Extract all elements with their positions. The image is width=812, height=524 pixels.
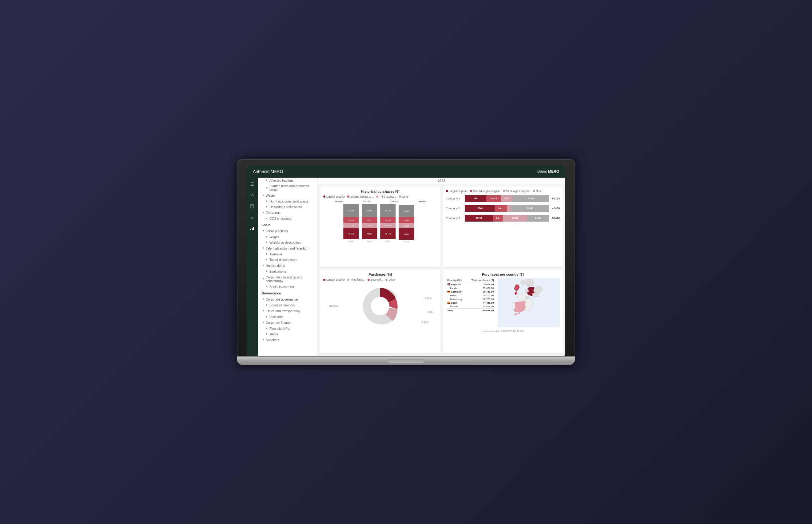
chevron-icon: ▼	[262, 298, 265, 300]
nav-cat-citizenship[interactable]: ▼ Corporate citizenship and philanthropy	[258, 274, 317, 284]
legend-largest-sup: Largest supplier	[446, 190, 467, 193]
legend-largest: Largest supplier	[323, 195, 345, 198]
company2-bars: 15748 6.4... 19,842	[465, 205, 549, 212]
nav-item-non-hazardous[interactable]: Non-hazardous solid waste	[258, 198, 317, 204]
chevron-icon: ▼	[262, 278, 265, 280]
nav-item-board[interactable]: Board of directors	[258, 302, 317, 308]
seg-other: 19,842	[511, 205, 549, 212]
nav-item-co2[interactable]: CO2 emissions	[258, 216, 317, 221]
nav-item-turnover[interactable]: Turnover	[258, 251, 317, 257]
pct-label-largest: 19.17%	[423, 297, 431, 300]
legend-dot	[347, 279, 349, 281]
nav-dot	[266, 304, 267, 306]
svg-text:23,357: 23,357	[403, 225, 409, 227]
company1-label: Company 1	[446, 197, 463, 200]
menu-icon[interactable]: ☰	[249, 181, 256, 187]
year-bar: 2022	[318, 178, 565, 184]
italy-path	[525, 298, 532, 312]
nav-dot	[266, 259, 267, 260]
svg-text:22,853: 22,853	[385, 225, 391, 227]
nav-cat-emissions[interactable]: ▼ Emissions	[258, 210, 317, 216]
svg-line-4	[252, 194, 253, 195]
nav-item-wages[interactable]: Wages	[258, 234, 317, 240]
madrid-value: 44,458,00	[466, 305, 495, 309]
nav-item-affected-habitats[interactable]: Affected habitats	[258, 178, 317, 183]
legend-label: Largest supplier	[327, 278, 345, 281]
nuremberg-row: Nuremberg 60,753,00	[446, 297, 495, 301]
czech-path	[532, 293, 539, 297]
nav-cat-ethics[interactable]: ▼ Ethics and transparency	[258, 308, 317, 314]
london-value: 55,478,00	[466, 286, 495, 290]
historical-chart-card: Historical purchases [€] Largest supplie…	[320, 186, 441, 267]
nav-dot	[266, 187, 267, 189]
nav-item-social-investment[interactable]: Social investment	[258, 284, 317, 290]
nav-cat-corp-gov[interactable]: ▼ Corporate governance	[258, 296, 317, 302]
berlin-name: Berlin	[446, 294, 466, 297]
legend-label: Second largest supplier	[473, 190, 500, 193]
england-row: 🇬🇧 England 55,478,00	[446, 282, 495, 286]
chevron-icon: ▼	[262, 194, 265, 197]
nav-label: Human rights	[266, 264, 285, 267]
nav-item-financial-kpis[interactable]: Financial KPIs	[258, 326, 317, 331]
app-logo: Anthesis M≡RO	[253, 169, 283, 174]
svg-rect-12	[250, 229, 251, 230]
list-icon[interactable]	[249, 214, 256, 221]
nav-item-planted-trees[interactable]: Planted trees and protected areas	[258, 183, 317, 192]
purchases-table-side: Country/City Total purchases [€] 🇬🇧 Engl…	[446, 278, 495, 329]
nav-item-workforce[interactable]: Workforce description	[258, 240, 317, 245]
nav-cat-talent[interactable]: ▼ Talent attraction and retention	[258, 245, 317, 251]
doc-icon[interactable]	[249, 203, 256, 210]
chart-icon[interactable]	[249, 225, 256, 232]
company3-bars: 18745 6.4... 15,875 14,380	[465, 215, 549, 222]
nav-item-evaluations[interactable]: Evaluations	[258, 268, 317, 274]
nav-cat-human-rights[interactable]: ▼ Human rights	[258, 262, 317, 268]
portugal-path	[513, 303, 515, 310]
berlin-value: 60,753,00	[466, 294, 495, 297]
map-side	[498, 278, 560, 329]
balear-path	[518, 313, 520, 314]
legend-donut-largest: Largest supplier	[323, 278, 345, 281]
nav-item-talent-dev[interactable]: Talent development	[258, 257, 317, 262]
svg-text:26,329: 26,329	[348, 219, 354, 221]
donut-legend: Largest supplier Third large... Second l…	[323, 278, 437, 281]
nav-item-violations[interactable]: Violations	[258, 314, 317, 320]
nav-label: Corporate citizenship and philanthropy	[266, 275, 315, 283]
donut-chart-card: Purchases [%] Largest supplier Third lar…	[320, 269, 441, 354]
chevron-icon: ▼	[262, 321, 265, 324]
svg-text:49476: 49476	[385, 233, 391, 235]
legend-label: Other	[536, 190, 542, 193]
svg-text:49461: 49461	[367, 233, 372, 235]
nav-cat-corp-finance[interactable]: ▼ Corporate finance	[258, 320, 317, 326]
spain-name: 🇪🇸 Spain	[446, 301, 466, 305]
last-update: Last update date 3/8/2023 9:02:40 PM	[446, 329, 560, 334]
legend-label: Largest supplier	[327, 195, 345, 198]
nav-label: Taxes	[269, 332, 278, 336]
chevron-icon: ▼	[262, 230, 265, 232]
company2-label: Company 2	[446, 207, 463, 210]
nav-cat-waste[interactable]: ▼ Waste	[258, 192, 317, 198]
svg-text:26,386: 26,386	[385, 219, 391, 221]
pct-label-other: 61.63%	[330, 305, 338, 308]
svg-rect-14	[253, 227, 254, 230]
bar-group-2020: 64,500 26,371 22,838 49461 2020	[362, 204, 377, 243]
col-country: Country/City	[446, 278, 466, 282]
spain-value: 44,458,00	[466, 301, 495, 305]
laptop-notch	[387, 359, 425, 363]
nav-label: Ethics and transparency	[266, 309, 301, 313]
share-icon[interactable]	[249, 192, 256, 198]
nav-label: Turnover	[269, 252, 282, 256]
svg-text:2021: 2021	[385, 240, 390, 243]
nav-cat-labor[interactable]: ▼ Labor practices	[258, 228, 317, 234]
company1-total: 60753	[552, 197, 560, 200]
svg-text:60,662: 60,662	[403, 210, 409, 212]
nav-item-taxes[interactable]: Taxes	[258, 331, 317, 337]
chevron-icon: ▼	[262, 338, 265, 341]
nav-item-hazardous[interactable]: Hazardous solid waste	[258, 204, 317, 210]
nav-cat-suppliers[interactable]: ▼ Suppliers	[258, 337, 317, 343]
nav-label: Suppliers	[266, 338, 279, 342]
nav-label: Workforce description	[269, 241, 301, 244]
legend-donut-third: Third large...	[347, 278, 365, 281]
company1-row: Company 1 15487 10,426 8,400 26,440 6075…	[446, 195, 560, 202]
legend-second-sup: Second largest supplier	[470, 190, 500, 193]
england-name: 🇬🇧 England	[446, 282, 466, 286]
